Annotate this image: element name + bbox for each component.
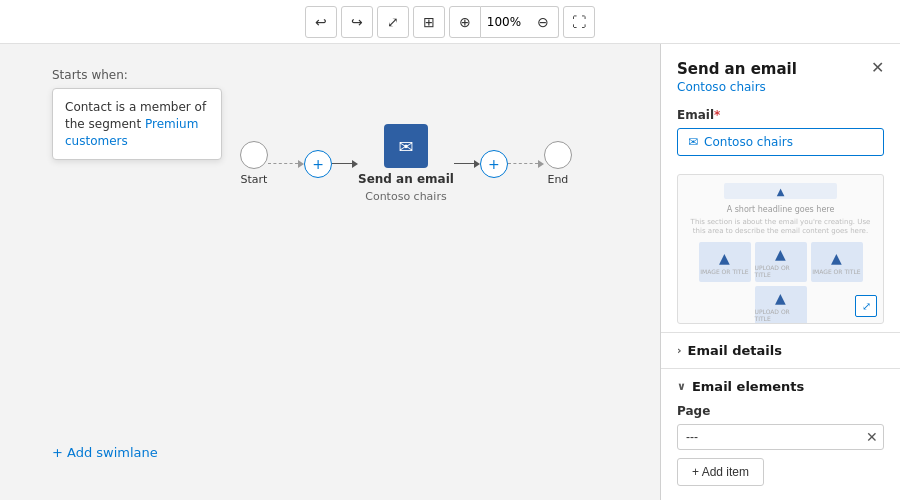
panel-close-button[interactable]: ✕	[871, 60, 884, 76]
preview-img-label-4: UPLOAD OR TITLE	[755, 308, 807, 322]
email-node-title: Send an email	[358, 172, 454, 186]
preview-img-label-1: IMAGE OR TITLE	[700, 268, 748, 275]
email-node[interactable]: ✉ Send an email Contoso chairs	[358, 124, 454, 203]
email-details-header[interactable]: › Email details	[677, 343, 884, 358]
preview-img-icon-1: ▲	[719, 250, 730, 266]
email-selector[interactable]: ✉ Contoso chairs	[677, 128, 884, 156]
email-preview: ▲ A short headline goes here This sectio…	[677, 174, 884, 324]
email-details-label: Email details	[688, 343, 782, 358]
start-label: Start	[241, 173, 268, 186]
email-selector-value: Contoso chairs	[704, 135, 793, 149]
panel-header: Send an email Contoso chairs ✕	[661, 44, 900, 98]
panel-subtitle[interactable]: Contoso chairs	[677, 80, 797, 94]
email-icon-box[interactable]: ✉	[384, 124, 428, 168]
zoom-in-button[interactable]: ⊕	[449, 6, 481, 38]
envelope-icon: ✉	[688, 135, 698, 149]
start-circle	[240, 141, 268, 169]
preview-img-1: ▲ IMAGE OR TITLE	[699, 242, 751, 282]
end-label: End	[547, 173, 568, 186]
email-field-section: Email* ✉ Contoso chairs	[661, 98, 900, 166]
zoom-control: ⊕ 100% ⊖	[449, 6, 559, 38]
expand-button[interactable]: ⤢	[377, 6, 409, 38]
email-details-chevron: ›	[677, 344, 682, 357]
end-node: End	[544, 141, 572, 186]
preview-img-2: ▲ UPLOAD OR TITLE	[755, 242, 807, 282]
add-circle-1[interactable]: +	[304, 150, 332, 178]
canvas: Starts when: Contact is a member of the …	[0, 44, 660, 500]
preview-img-label-3: IMAGE OR TITLE	[812, 268, 860, 275]
start-node: Start	[240, 141, 268, 186]
fullscreen-button[interactable]: ⛶	[563, 6, 595, 38]
preview-img-icon-2: ▲	[775, 246, 786, 262]
zoom-out-button[interactable]: ⊖	[527, 6, 559, 38]
email-elements-label: Email elements	[692, 379, 804, 394]
starts-when-label: Starts when:	[52, 68, 128, 82]
connector-3	[454, 160, 480, 168]
page-input-wrapper: ✕	[677, 424, 884, 450]
email-field-label: Email*	[677, 108, 884, 122]
email-elements-section: ∨ Email elements Page ✕ + Add item	[661, 368, 900, 496]
preview-img-label-2: UPLOAD OR TITLE	[755, 264, 807, 278]
email-elements-chevron: ∨	[677, 380, 686, 393]
connector-4	[508, 160, 544, 168]
connector-2	[332, 160, 358, 168]
add-circle-2[interactable]: +	[480, 150, 508, 178]
add-node-2[interactable]: +	[480, 150, 508, 178]
preview-body: This section is about the email you're c…	[686, 218, 875, 236]
zoom-level: 100%	[481, 6, 527, 38]
email-elements-header[interactable]: ∨ Email elements	[677, 379, 884, 394]
end-circle	[544, 141, 572, 169]
add-node-1[interactable]: +	[304, 150, 332, 178]
flow-diagram: Start + ✉ Send an email Contoso chairs	[240, 124, 572, 203]
preview-header-img: ▲	[724, 183, 837, 199]
preview-headline: A short headline goes here	[686, 205, 875, 214]
preview-img-3: ▲ IMAGE OR TITLE	[811, 242, 863, 282]
main-content: Starts when: Contact is a member of the …	[0, 44, 900, 500]
preview-img-icon-4: ▲	[775, 290, 786, 306]
connector-1	[268, 160, 304, 168]
panel-title-area: Send an email Contoso chairs	[677, 60, 797, 94]
panel-title: Send an email	[677, 60, 797, 78]
preview-img-icon-3: ▲	[831, 250, 842, 266]
trigger-box: Contact is a member of the segment Premi…	[52, 88, 222, 160]
email-details-section: › Email details	[661, 332, 900, 368]
email-node-sub: Contoso chairs	[365, 190, 446, 203]
preview-img-4: ▲ UPLOAD OR TITLE	[755, 286, 807, 324]
preview-inner: ▲ A short headline goes here This sectio…	[678, 175, 883, 324]
add-swimlane-button[interactable]: + Add swimlane	[52, 445, 158, 460]
add-item-button[interactable]: + Add item	[677, 458, 764, 486]
preview-expand-button[interactable]: ⤢	[855, 295, 877, 317]
page-clear-button[interactable]: ✕	[866, 430, 878, 444]
map-button[interactable]: ⊞	[413, 6, 445, 38]
preview-images: ▲ IMAGE OR TITLE ▲ UPLOAD OR TITLE ▲ IMA…	[686, 242, 875, 324]
page-input[interactable]	[677, 424, 884, 450]
undo-button[interactable]: ↩	[305, 6, 337, 38]
page-field-label: Page	[677, 404, 884, 418]
toolbar: ↩ ↪ ⤢ ⊞ ⊕ 100% ⊖ ⛶	[0, 0, 900, 44]
redo-button[interactable]: ↪	[341, 6, 373, 38]
right-panel: Send an email Contoso chairs ✕ Email* ✉ …	[660, 44, 900, 500]
email-elements-body: Page ✕ + Add item	[677, 394, 884, 486]
